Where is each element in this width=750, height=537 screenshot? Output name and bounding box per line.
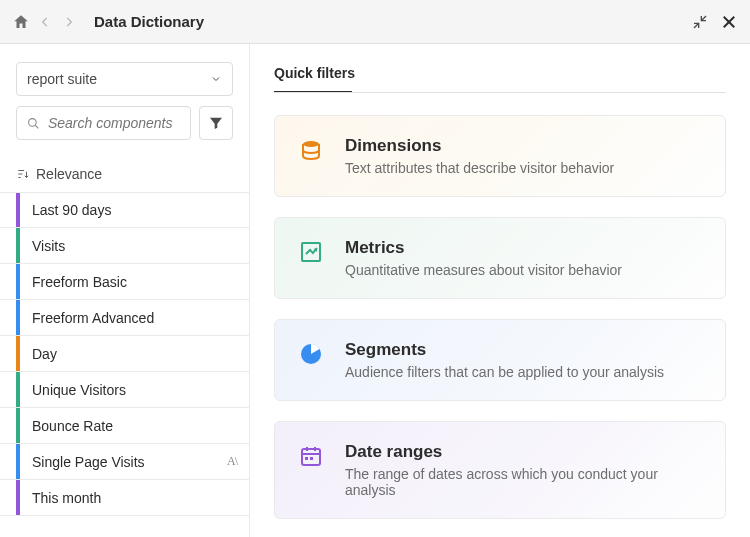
minimize-icon[interactable] [692, 14, 708, 30]
close-icon[interactable] [720, 13, 738, 31]
content: Quick filters Dimensions Text attributes… [250, 44, 750, 537]
card-body: Segments Audience filters that can be ap… [345, 340, 703, 380]
search-row [16, 106, 233, 140]
nav-forward-icon[interactable] [62, 15, 76, 29]
card-title: Segments [345, 340, 703, 360]
dimensions-icon [297, 136, 325, 162]
sort-label: Relevance [36, 166, 102, 182]
list-item[interactable]: Last 90 days [0, 192, 249, 228]
card-description: Quantitative measures about visitor beha… [345, 262, 703, 278]
list-item[interactable]: Freeform Advanced [0, 300, 249, 336]
card-metrics[interactable]: Metrics Quantitative measures about visi… [274, 217, 726, 299]
report-suite-label: report suite [27, 71, 97, 87]
sidebar: report suite Relevance Last 90 daysVisit… [0, 44, 250, 537]
list-item[interactable]: Bounce Rate [0, 408, 249, 444]
color-indicator [16, 264, 20, 299]
home-icon[interactable] [12, 13, 30, 31]
svg-line-5 [35, 125, 38, 128]
card-description: Text attributes that describe visitor be… [345, 160, 703, 176]
color-indicator [16, 444, 20, 479]
svg-point-4 [29, 118, 37, 126]
component-list: Last 90 daysVisitsFreeform BasicFreeform… [0, 192, 249, 537]
item-label: Bounce Rate [32, 418, 237, 434]
list-item[interactable]: Unique Visitors [0, 372, 249, 408]
header-left: Data Dictionary [12, 13, 204, 31]
filter-icon [208, 115, 224, 131]
quick-filters-tab[interactable]: Quick filters [274, 65, 355, 91]
svg-point-9 [303, 141, 319, 147]
item-label: This month [32, 490, 237, 506]
card-body: Metrics Quantitative measures about visi… [345, 238, 703, 278]
color-indicator [16, 408, 20, 443]
main: report suite Relevance Last 90 daysVisit… [0, 44, 750, 537]
list-item[interactable]: This month [0, 480, 249, 516]
metrics-icon [297, 238, 325, 264]
color-indicator [16, 372, 20, 407]
header-right [692, 13, 738, 31]
card-body: Dimensions Text attributes that describe… [345, 136, 703, 176]
color-indicator [16, 300, 20, 335]
list-item[interactable]: Single Page VisitsA\ [0, 444, 249, 480]
item-label: Single Page Visits [32, 454, 227, 470]
list-item[interactable]: Day [0, 336, 249, 372]
list-item[interactable]: Freeform Basic [0, 264, 249, 300]
card-body: Date ranges The range of dates across wh… [345, 442, 703, 498]
date-ranges-icon [297, 442, 325, 468]
svg-rect-16 [305, 457, 308, 460]
search-box[interactable] [16, 106, 191, 140]
item-label: Freeform Advanced [32, 310, 237, 326]
item-label: Last 90 days [32, 202, 237, 218]
card-description: The range of dates across which you cond… [345, 466, 703, 498]
item-label: Day [32, 346, 237, 362]
chevron-down-icon [210, 73, 222, 85]
card-title: Date ranges [345, 442, 703, 462]
adobe-mark-icon: A\ [227, 454, 237, 469]
search-input[interactable] [48, 115, 180, 131]
svg-line-1 [694, 23, 699, 28]
item-label: Visits [32, 238, 237, 254]
item-label: Unique Visitors [32, 382, 237, 398]
page-title: Data Dictionary [94, 13, 204, 30]
divider [274, 92, 726, 93]
card-title: Metrics [345, 238, 703, 258]
svg-line-0 [701, 16, 706, 21]
sort-icon [16, 167, 30, 181]
card-description: Audience filters that can be applied to … [345, 364, 703, 380]
card-segments[interactable]: Segments Audience filters that can be ap… [274, 319, 726, 401]
color-indicator [16, 336, 20, 371]
segments-icon [297, 340, 325, 366]
sort-dropdown[interactable]: Relevance [16, 166, 233, 182]
color-indicator [16, 228, 20, 263]
filter-button[interactable] [199, 106, 233, 140]
item-label: Freeform Basic [32, 274, 237, 290]
card-title: Dimensions [345, 136, 703, 156]
report-suite-dropdown[interactable]: report suite [16, 62, 233, 96]
card-date-ranges[interactable]: Date ranges The range of dates across wh… [274, 421, 726, 519]
list-item[interactable]: Visits [0, 228, 249, 264]
svg-rect-17 [310, 457, 313, 460]
header: Data Dictionary [0, 0, 750, 44]
color-indicator [16, 193, 20, 227]
card-dimensions[interactable]: Dimensions Text attributes that describe… [274, 115, 726, 197]
search-icon [27, 116, 40, 131]
nav-back-icon[interactable] [38, 15, 52, 29]
color-indicator [16, 480, 20, 515]
